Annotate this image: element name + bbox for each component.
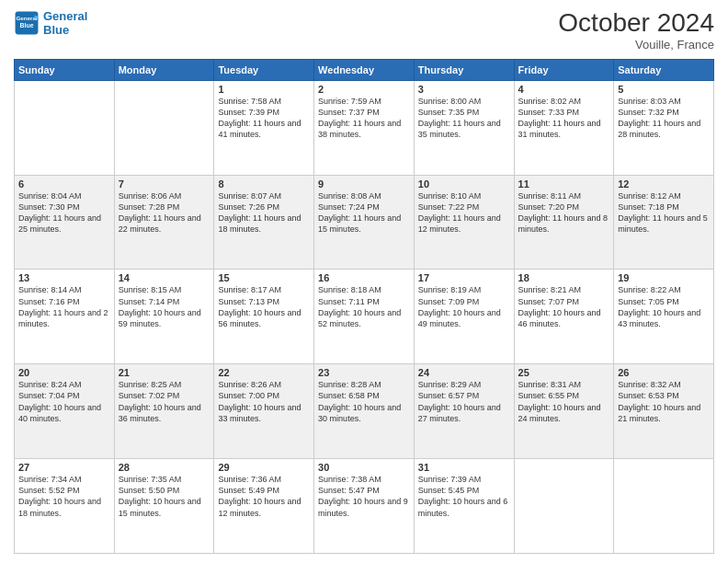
table-row: 23Sunrise: 8:28 AMSunset: 6:58 PMDayligh… [314,364,415,459]
table-row: 5Sunrise: 8:03 AMSunset: 7:32 PMDaylight… [614,80,714,175]
calendar-table: Sunday Monday Tuesday Wednesday Thursday… [14,59,714,554]
svg-text:General: General [16,15,37,21]
table-row: 1Sunrise: 7:58 AMSunset: 7:39 PMDaylight… [214,80,314,175]
table-row: 17Sunrise: 8:19 AMSunset: 7:09 PMDayligh… [414,270,514,364]
table-row [614,459,714,554]
location: Vouille, France [558,38,714,52]
col-friday: Friday [514,59,614,80]
table-row [514,459,614,554]
table-row: 16Sunrise: 8:18 AMSunset: 7:11 PMDayligh… [314,270,415,364]
table-row: 14Sunrise: 8:15 AMSunset: 7:14 PMDayligh… [114,270,214,364]
table-row: 29Sunrise: 7:36 AMSunset: 5:49 PMDayligh… [214,459,314,554]
logo: General Blue General Blue [14,9,87,37]
table-row: 31Sunrise: 7:39 AMSunset: 5:45 PMDayligh… [414,459,514,554]
col-wednesday: Wednesday [314,59,415,80]
table-row: 18Sunrise: 8:21 AMSunset: 7:07 PMDayligh… [514,270,614,364]
table-row: 13Sunrise: 8:14 AMSunset: 7:16 PMDayligh… [15,270,115,364]
month-title: October 2024 [558,9,714,38]
header-row: Sunday Monday Tuesday Wednesday Thursday… [15,59,714,80]
table-row [15,80,115,175]
table-row: 10Sunrise: 8:10 AMSunset: 7:22 PMDayligh… [414,175,514,270]
table-row: 3Sunrise: 8:00 AMSunset: 7:35 PMDaylight… [414,80,514,175]
page: General Blue General Blue October 2024 V… [0,0,728,563]
table-row: 6Sunrise: 8:04 AMSunset: 7:30 PMDaylight… [15,175,115,270]
table-row: 7Sunrise: 8:06 AMSunset: 7:28 PMDaylight… [114,175,214,270]
logo-text: General Blue [43,9,87,37]
header: General Blue General Blue October 2024 V… [14,9,714,52]
table-row: 27Sunrise: 7:34 AMSunset: 5:52 PMDayligh… [15,459,115,554]
col-monday: Monday [114,59,214,80]
logo-icon: General Blue [14,10,40,36]
table-row: 11Sunrise: 8:11 AMSunset: 7:20 PMDayligh… [514,175,614,270]
table-row: 26Sunrise: 8:32 AMSunset: 6:53 PMDayligh… [614,364,714,459]
table-row: 8Sunrise: 8:07 AMSunset: 7:26 PMDaylight… [214,175,314,270]
table-row: 4Sunrise: 8:02 AMSunset: 7:33 PMDaylight… [514,80,614,175]
table-row: 19Sunrise: 8:22 AMSunset: 7:05 PMDayligh… [614,270,714,364]
col-saturday: Saturday [614,59,714,80]
col-thursday: Thursday [414,59,514,80]
table-row: 30Sunrise: 7:38 AMSunset: 5:47 PMDayligh… [314,459,415,554]
table-row: 15Sunrise: 8:17 AMSunset: 7:13 PMDayligh… [214,270,314,364]
col-tuesday: Tuesday [214,59,314,80]
table-row [114,80,214,175]
table-row: 21Sunrise: 8:25 AMSunset: 7:02 PMDayligh… [114,364,214,459]
table-row: 28Sunrise: 7:35 AMSunset: 5:50 PMDayligh… [114,459,214,554]
table-row: 22Sunrise: 8:26 AMSunset: 7:00 PMDayligh… [214,364,314,459]
svg-text:Blue: Blue [19,22,33,29]
table-row: 24Sunrise: 8:29 AMSunset: 6:57 PMDayligh… [414,364,514,459]
table-row: 12Sunrise: 8:12 AMSunset: 7:18 PMDayligh… [614,175,714,270]
table-row: 20Sunrise: 8:24 AMSunset: 7:04 PMDayligh… [15,364,115,459]
table-row: 9Sunrise: 8:08 AMSunset: 7:24 PMDaylight… [314,175,415,270]
table-row: 25Sunrise: 8:31 AMSunset: 6:55 PMDayligh… [514,364,614,459]
title-area: October 2024 Vouille, France [558,9,714,52]
table-row: 2Sunrise: 7:59 AMSunset: 7:37 PMDaylight… [314,80,415,175]
col-sunday: Sunday [15,59,115,80]
